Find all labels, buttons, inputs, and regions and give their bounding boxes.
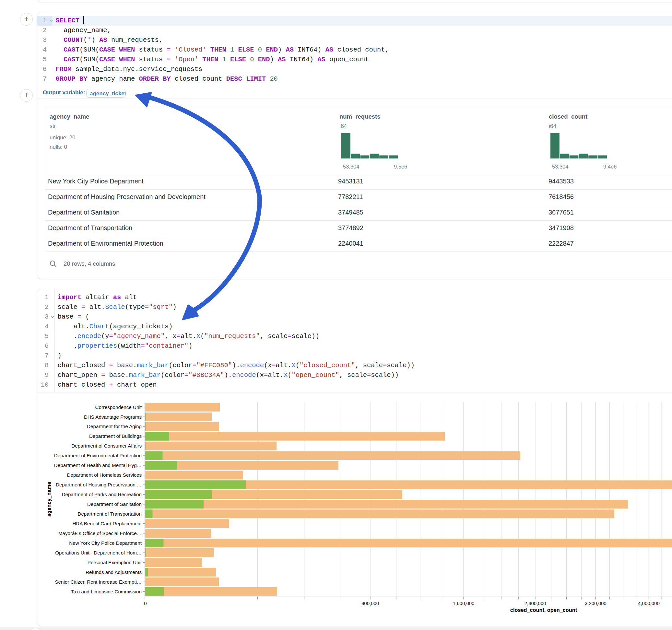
svg-text:Personal Exemption Unit: Personal Exemption Unit: [88, 560, 142, 565]
svg-text:1,600,000: 1,600,000: [453, 601, 475, 606]
svg-text:Taxi and Limousine Commission: Taxi and Limousine Commission: [71, 589, 142, 595]
svg-text:Senior Citizen Rent Increase E: Senior Citizen Rent Increase Exempti…: [55, 579, 142, 585]
svg-text:0: 0: [144, 601, 146, 606]
svg-text:Department of Sanitation: Department of Sanitation: [87, 501, 142, 507]
svg-text:DHS Advantage Programs: DHS Advantage Programs: [84, 414, 142, 420]
svg-text:Department of Parks and Recrea: Department of Parks and Recreation: [62, 492, 142, 497]
svg-text:agency_name: agency_name: [46, 482, 52, 517]
svg-text:3,200,000: 3,200,000: [585, 601, 606, 606]
svg-text:New York City Police Departmen: New York City Police Department: [69, 540, 142, 546]
svg-text:Correspondence Unit: Correspondence Unit: [95, 405, 142, 410]
svg-text:Department of Buildings: Department of Buildings: [89, 433, 142, 439]
svg-text:Department of Health and Menta: Department of Health and Mental Hyg…: [54, 462, 142, 468]
svg-text:800,000: 800,000: [361, 601, 379, 606]
svg-text:Department for the Aging: Department for the Aging: [87, 423, 142, 429]
svg-text:Refunds and Adjustments: Refunds and Adjustments: [86, 570, 142, 575]
svg-text:Department of Environmental Pr: Department of Environmental Protection: [54, 453, 142, 458]
svg-text:4,000,000: 4,000,000: [638, 601, 660, 606]
svg-text:HRA Benefit Card Replacement: HRA Benefit Card Replacement: [72, 521, 142, 526]
svg-text:Department of Transportation: Department of Transportation: [77, 511, 142, 516]
svg-text:closed_count, open_count: closed_count, open_count: [510, 607, 577, 613]
svg-text:Mayorâ€ s Office of Special En: Mayorâ€ s Office of Special Enforce…: [58, 531, 142, 536]
svg-text:Operations Unit - Department o: Operations Unit - Department of Hom…: [55, 550, 142, 555]
svg-text:Department of Housing Preserva: Department of Housing Preservation …: [56, 482, 142, 487]
svg-text:2,400,000: 2,400,000: [525, 601, 546, 606]
svg-text:Department of Homeless Service: Department of Homeless Services: [67, 472, 142, 478]
svg-text:Department of Consumer Affairs: Department of Consumer Affairs: [71, 443, 142, 449]
